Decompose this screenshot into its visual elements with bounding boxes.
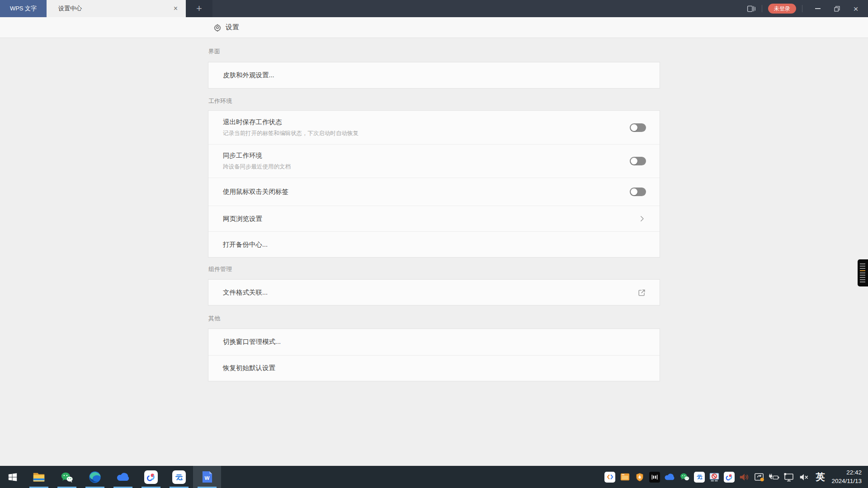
divider: [762, 5, 762, 12]
dock-handle-accent: [860, 270, 865, 271]
row-skin-appearance[interactable]: 皮肤和外观设置...: [208, 62, 660, 88]
row-title: 使用鼠标双击关闭标签: [223, 188, 288, 196]
row-title: 打开备份中心...: [223, 240, 268, 249]
restore-icon: [834, 6, 840, 12]
taskbar-app-cloud-drive[interactable]: [109, 466, 137, 488]
orange-window-icon[interactable]: [619, 471, 631, 483]
code-app-icon[interactable]: [604, 471, 616, 483]
toggle-knob: [631, 158, 637, 164]
settings-content: 界面 皮肤和外观设置... 工作环境 退出时保存工作状态 记录当前打开的标签和编…: [0, 38, 868, 466]
restore-button[interactable]: [827, 0, 846, 17]
app-menu-label: WPS 文字: [10, 5, 37, 13]
new-tab-button[interactable]: +: [186, 0, 212, 17]
file-explorer-icon: [32, 470, 46, 484]
taskbar-app-baidu-netdisk[interactable]: [137, 466, 165, 488]
media-player-icon[interactable]: [649, 471, 660, 483]
legacy-volume-icon[interactable]: [738, 471, 750, 483]
row-file-format-assoc[interactable]: 文件格式关联...: [208, 280, 660, 305]
plus-icon: +: [196, 3, 202, 14]
panels-icon[interactable]: [746, 4, 756, 14]
row-subtitle: 跨设备同步最近使用的文档: [223, 163, 291, 171]
row-title: 皮肤和外观设置...: [223, 71, 274, 80]
svg-text:W: W: [204, 475, 209, 481]
toggle-knob: [631, 124, 637, 131]
row-save-work-state[interactable]: 退出时保存工作状态 记录当前打开的标签和编辑状态，下次启动时自动恢复: [208, 111, 660, 144]
divider: [802, 5, 802, 12]
windows-start-icon: [8, 472, 18, 482]
screen-blocked-icon[interactable]: [708, 471, 720, 483]
dock-handle[interactable]: [858, 259, 868, 286]
row-double-click-close-tab[interactable]: 使用鼠标双击关闭标签: [208, 178, 660, 206]
login-status-badge[interactable]: 未登录: [768, 4, 796, 14]
minimize-button[interactable]: [808, 0, 827, 17]
page-title: 设置: [226, 23, 239, 32]
section-label-other: 其他: [208, 314, 220, 323]
tab-settings-center[interactable]: 设置中心 ×: [47, 0, 186, 17]
volume-muted-icon[interactable]: [798, 471, 810, 483]
toggle-knob: [631, 188, 637, 195]
row-title: 网页浏览设置: [223, 215, 262, 223]
wechat-icon[interactable]: [679, 471, 690, 483]
card-work-env: 退出时保存工作状态 记录当前打开的标签和编辑状态，下次启动时自动恢复 同步工作环…: [208, 110, 660, 258]
row-title: 同步工作环境: [223, 151, 291, 160]
row-switch-window-mode[interactable]: 切换窗口管理模式...: [208, 329, 660, 355]
wechat-icon: [60, 470, 74, 484]
taskbar-app-file-explorer[interactable]: [25, 466, 53, 488]
toggle-sync-work-env[interactable]: [630, 157, 646, 165]
ime-indicator[interactable]: 英: [816, 471, 825, 483]
section-label-work-env: 工作环境: [208, 97, 232, 105]
security-shield-icon[interactable]: [634, 471, 646, 483]
card-interface: 皮肤和外观设置...: [208, 62, 660, 89]
close-icon: ×: [853, 5, 858, 13]
row-restore-defaults[interactable]: 恢复初始默认设置: [208, 355, 660, 381]
yun-cloud-icon[interactable]: [693, 471, 705, 483]
edge-browser-icon: [88, 470, 102, 484]
clock-time: 22:42: [831, 469, 862, 477]
screen-sync-icon[interactable]: [753, 471, 765, 483]
row-title: 退出时保存工作状态: [223, 118, 359, 127]
external-link-icon: [637, 288, 646, 297]
taskbar-app-edge[interactable]: [81, 466, 109, 488]
section-label-interface: 界面: [208, 47, 220, 56]
titlebar: WPS 文字 设置中心 × + 未登录 ×: [0, 0, 868, 17]
clock-date: 2024/11/13: [831, 477, 862, 486]
card-other: 切换窗口管理模式... 恢复初始默认设置: [208, 328, 660, 381]
login-status-label: 未登录: [774, 5, 790, 13]
cloud-drive-icon: [116, 472, 130, 482]
card-components: 文件格式关联...: [208, 279, 660, 305]
taskbar-clock[interactable]: 22:42 2024/11/13: [831, 469, 862, 486]
section-label-components: 组件管理: [208, 265, 232, 273]
taskbar: W: [0, 466, 868, 488]
taskbar-app-wps-writer[interactable]: W: [193, 466, 221, 488]
row-title: 切换窗口管理模式...: [223, 338, 281, 346]
tab-close-icon[interactable]: ×: [172, 4, 179, 13]
row-title: 文件格式关联...: [223, 288, 268, 297]
app-menu-tab[interactable]: WPS 文字: [0, 0, 47, 17]
gear-icon: [213, 23, 222, 32]
power-battery-icon[interactable]: [768, 471, 780, 483]
close-button[interactable]: ×: [846, 0, 865, 17]
yun-cloud-icon: [174, 472, 184, 482]
settings-header: 设置: [0, 17, 868, 38]
cloud-drive-icon[interactable]: [664, 471, 675, 483]
baidu-netdisk-icon: [146, 472, 156, 482]
row-title: 恢复初始默认设置: [223, 364, 275, 372]
row-open-backup-center[interactable]: 打开备份中心...: [208, 231, 660, 257]
system-tray: 英 22:42 2024/11/13: [604, 466, 868, 488]
row-sync-work-env[interactable]: 同步工作环境 跨设备同步最近使用的文档: [208, 144, 660, 178]
taskbar-app-wechat[interactable]: [53, 466, 81, 488]
tab-settings-center-label: 设置中心: [58, 5, 172, 13]
minimize-icon: [815, 8, 821, 9]
network-display-icon[interactable]: [783, 471, 795, 483]
toggle-save-work-state[interactable]: [630, 123, 646, 132]
row-subtitle: 记录当前打开的标签和编辑状态，下次启动时自动恢复: [223, 130, 359, 137]
wps-writer-icon: W: [202, 470, 213, 483]
titlebar-right: 未登录 ×: [746, 0, 868, 17]
chevron-right-icon: [638, 215, 646, 223]
row-web-browse-settings[interactable]: 网页浏览设置: [208, 206, 660, 231]
start-button[interactable]: [0, 466, 25, 488]
taskbar-app-yun-cloud[interactable]: [165, 466, 193, 488]
baidu-netdisk-icon[interactable]: [723, 471, 735, 483]
toggle-double-click-close-tab[interactable]: [630, 188, 646, 196]
